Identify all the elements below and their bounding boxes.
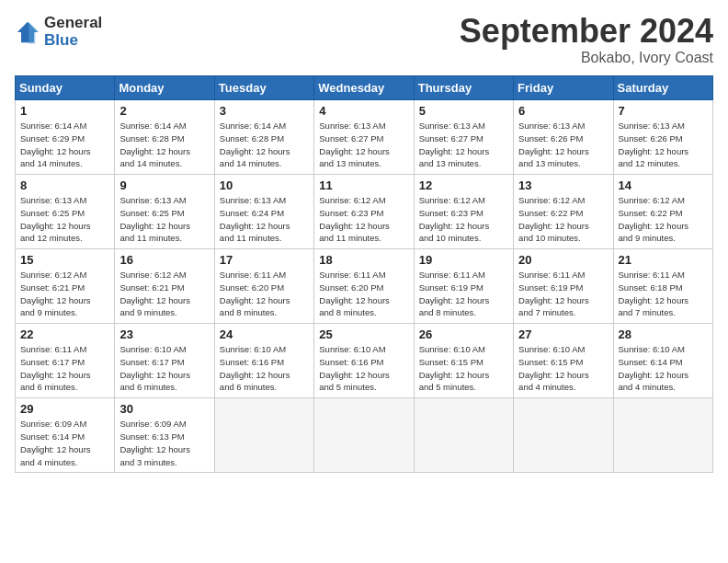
table-row: 9Sunrise: 6:13 AM Sunset: 6:25 PM Daylig… [115, 175, 214, 249]
table-row: 18Sunrise: 6:11 AM Sunset: 6:20 PM Dayli… [314, 249, 414, 324]
day-number: 3 [220, 104, 309, 118]
col-saturday: Saturday [613, 76, 712, 100]
table-row: 12Sunrise: 6:12 AM Sunset: 6:23 PM Dayli… [414, 175, 513, 249]
calendar-header-row: Sunday Monday Tuesday Wednesday Thursday… [16, 76, 713, 100]
page-header: General Blue September 2024 Bokabo, Ivor… [15, 15, 713, 66]
logo-general: General [44, 15, 102, 32]
day-info: Sunrise: 6:11 AM Sunset: 6:20 PM Dayligh… [220, 269, 309, 319]
table-row: 10Sunrise: 6:13 AM Sunset: 6:24 PM Dayli… [214, 175, 313, 249]
day-number: 29 [20, 402, 109, 416]
table-row: 11Sunrise: 6:12 AM Sunset: 6:23 PM Dayli… [314, 175, 414, 249]
table-row: 4Sunrise: 6:13 AM Sunset: 6:27 PM Daylig… [314, 100, 414, 175]
day-number: 14 [619, 178, 708, 192]
day-info: Sunrise: 6:14 AM Sunset: 6:28 PM Dayligh… [119, 120, 209, 170]
day-number: 26 [419, 327, 508, 341]
table-row: 24Sunrise: 6:10 AM Sunset: 6:16 PM Dayli… [214, 324, 313, 398]
calendar-week-row: 15Sunrise: 6:12 AM Sunset: 6:21 PM Dayli… [16, 249, 713, 324]
day-info: Sunrise: 6:12 AM Sunset: 6:23 PM Dayligh… [319, 194, 408, 245]
day-number: 19 [419, 253, 508, 267]
col-monday: Monday [115, 76, 214, 100]
day-info: Sunrise: 6:12 AM Sunset: 6:23 PM Dayligh… [419, 194, 508, 245]
logo-icon [15, 19, 40, 45]
day-info: Sunrise: 6:13 AM Sunset: 6:27 PM Dayligh… [319, 120, 408, 170]
day-info: Sunrise: 6:11 AM Sunset: 6:18 PM Dayligh… [619, 269, 708, 319]
day-info: Sunrise: 6:10 AM Sunset: 6:17 PM Dayligh… [119, 343, 209, 394]
day-info: Sunrise: 6:10 AM Sunset: 6:16 PM Dayligh… [319, 343, 408, 394]
table-row: 16Sunrise: 6:12 AM Sunset: 6:21 PM Dayli… [115, 249, 214, 324]
col-thursday: Thursday [414, 76, 513, 100]
calendar-week-row: 8Sunrise: 6:13 AM Sunset: 6:25 PM Daylig… [16, 175, 713, 249]
day-info: Sunrise: 6:13 AM Sunset: 6:25 PM Dayligh… [20, 194, 109, 245]
day-number: 7 [619, 104, 708, 118]
table-row: 19Sunrise: 6:11 AM Sunset: 6:19 PM Dayli… [414, 249, 513, 324]
day-info: Sunrise: 6:12 AM Sunset: 6:21 PM Dayligh… [20, 269, 109, 319]
day-number: 25 [319, 327, 408, 341]
day-number: 20 [518, 253, 608, 267]
col-tuesday: Tuesday [214, 76, 313, 100]
logo-text: General Blue [44, 15, 102, 49]
table-row: 20Sunrise: 6:11 AM Sunset: 6:19 PM Dayli… [514, 249, 613, 324]
table-row [514, 398, 613, 473]
day-info: Sunrise: 6:10 AM Sunset: 6:15 PM Dayligh… [419, 343, 508, 394]
day-info: Sunrise: 6:09 AM Sunset: 6:14 PM Dayligh… [20, 418, 109, 468]
calendar-week-row: 1Sunrise: 6:14 AM Sunset: 6:29 PM Daylig… [16, 100, 713, 175]
table-row: 1Sunrise: 6:14 AM Sunset: 6:29 PM Daylig… [16, 100, 115, 175]
calendar-week-row: 29Sunrise: 6:09 AM Sunset: 6:14 PM Dayli… [16, 398, 713, 473]
day-number: 30 [119, 402, 209, 416]
day-number: 15 [20, 253, 109, 267]
table-row: 2Sunrise: 6:14 AM Sunset: 6:28 PM Daylig… [115, 100, 214, 175]
calendar: Sunday Monday Tuesday Wednesday Thursday… [15, 75, 713, 473]
table-row: 6Sunrise: 6:13 AM Sunset: 6:26 PM Daylig… [514, 100, 613, 175]
day-info: Sunrise: 6:11 AM Sunset: 6:17 PM Dayligh… [20, 343, 109, 394]
table-row: 22Sunrise: 6:11 AM Sunset: 6:17 PM Dayli… [16, 324, 115, 398]
day-number: 6 [518, 104, 608, 118]
table-row: 14Sunrise: 6:12 AM Sunset: 6:22 PM Dayli… [613, 175, 712, 249]
month-title: September 2024 [460, 15, 713, 48]
day-info: Sunrise: 6:12 AM Sunset: 6:21 PM Dayligh… [119, 269, 209, 319]
day-info: Sunrise: 6:13 AM Sunset: 6:27 PM Dayligh… [419, 120, 508, 170]
table-row: 23Sunrise: 6:10 AM Sunset: 6:17 PM Dayli… [115, 324, 214, 398]
day-number: 8 [20, 178, 109, 192]
table-row: 7Sunrise: 6:13 AM Sunset: 6:26 PM Daylig… [613, 100, 712, 175]
day-info: Sunrise: 6:14 AM Sunset: 6:28 PM Dayligh… [220, 120, 309, 170]
table-row [613, 398, 712, 473]
day-info: Sunrise: 6:11 AM Sunset: 6:19 PM Dayligh… [518, 269, 608, 319]
day-info: Sunrise: 6:13 AM Sunset: 6:26 PM Dayligh… [619, 120, 708, 170]
day-number: 2 [119, 104, 209, 118]
day-number: 9 [119, 178, 209, 192]
day-number: 10 [220, 178, 309, 192]
day-number: 1 [20, 104, 109, 118]
day-number: 17 [220, 253, 309, 267]
calendar-week-row: 22Sunrise: 6:11 AM Sunset: 6:17 PM Dayli… [16, 324, 713, 398]
day-info: Sunrise: 6:10 AM Sunset: 6:14 PM Dayligh… [619, 343, 708, 394]
table-row [414, 398, 513, 473]
svg-marker-1 [28, 21, 39, 43]
day-number: 13 [518, 178, 608, 192]
day-info: Sunrise: 6:11 AM Sunset: 6:20 PM Dayligh… [319, 269, 408, 319]
col-wednesday: Wednesday [314, 76, 414, 100]
table-row: 3Sunrise: 6:14 AM Sunset: 6:28 PM Daylig… [214, 100, 313, 175]
day-info: Sunrise: 6:12 AM Sunset: 6:22 PM Dayligh… [518, 194, 608, 245]
table-row: 15Sunrise: 6:12 AM Sunset: 6:21 PM Dayli… [16, 249, 115, 324]
day-number: 11 [319, 178, 408, 192]
day-info: Sunrise: 6:13 AM Sunset: 6:24 PM Dayligh… [220, 194, 309, 245]
table-row: 8Sunrise: 6:13 AM Sunset: 6:25 PM Daylig… [16, 175, 115, 249]
table-row: 29Sunrise: 6:09 AM Sunset: 6:14 PM Dayli… [16, 398, 115, 473]
day-number: 22 [20, 327, 109, 341]
table-row [314, 398, 414, 473]
day-info: Sunrise: 6:09 AM Sunset: 6:13 PM Dayligh… [119, 418, 209, 468]
table-row: 5Sunrise: 6:13 AM Sunset: 6:27 PM Daylig… [414, 100, 513, 175]
logo-blue: Blue [44, 32, 102, 50]
day-info: Sunrise: 6:13 AM Sunset: 6:26 PM Dayligh… [518, 120, 608, 170]
day-number: 27 [518, 327, 608, 341]
table-row [214, 398, 313, 473]
table-row: 27Sunrise: 6:10 AM Sunset: 6:15 PM Dayli… [514, 324, 613, 398]
day-info: Sunrise: 6:14 AM Sunset: 6:29 PM Dayligh… [20, 120, 109, 170]
col-sunday: Sunday [16, 76, 115, 100]
table-row: 17Sunrise: 6:11 AM Sunset: 6:20 PM Dayli… [214, 249, 313, 324]
table-row: 28Sunrise: 6:10 AM Sunset: 6:14 PM Dayli… [613, 324, 712, 398]
day-number: 23 [119, 327, 209, 341]
title-block: September 2024 Bokabo, Ivory Coast [460, 15, 713, 66]
day-number: 16 [119, 253, 209, 267]
day-number: 18 [319, 253, 408, 267]
